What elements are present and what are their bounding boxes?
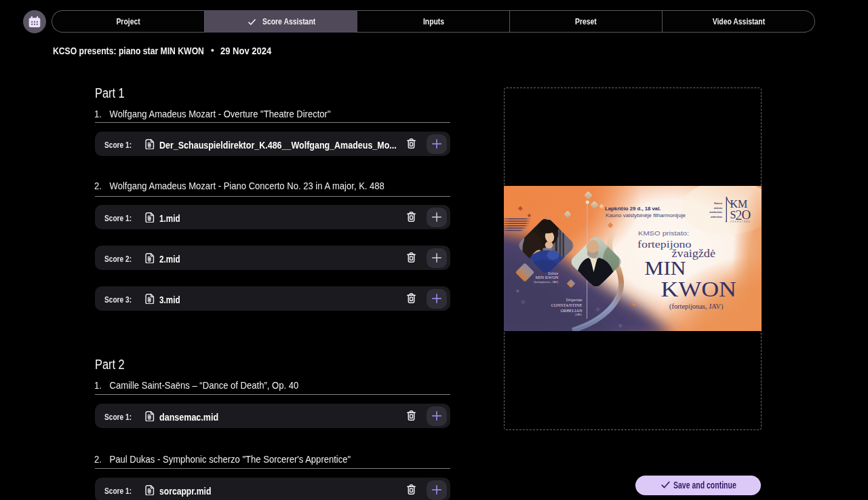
- svg-text:miesto: miesto: [714, 207, 723, 210]
- svg-text:(JAV): (JAV): [575, 313, 583, 316]
- svg-text:O: O: [742, 208, 751, 222]
- svg-text:Kauno: Kauno: [714, 202, 722, 205]
- svg-text:Dirigentas: Dirigentas: [566, 299, 583, 302]
- svg-text:MIN: MIN: [645, 257, 686, 279]
- svg-text:Kauno valstybinėje filharmonij: Kauno valstybinėje filharmonijoje: [606, 212, 686, 218]
- svg-text:simfoninis: simfoninis: [709, 211, 722, 214]
- svg-text:CONSTANTINE: CONSTANTINE: [551, 303, 583, 307]
- svg-text:Lapkričio 29 d., 18 val.: Lapkričio 29 d., 18 val.: [605, 206, 661, 212]
- svg-text:ORBELIAN: ORBELIAN: [561, 308, 583, 313]
- svg-text:KMSO pristato:: KMSO pristato:: [638, 229, 689, 237]
- svg-text:KWON: KWON: [661, 277, 737, 301]
- svg-text:orkestras: orkestras: [711, 216, 722, 218]
- svg-text:(fortepijonas, JAV): (fortepijonas, JAV): [534, 280, 559, 284]
- svg-text:MIN KWON: MIN KWON: [536, 275, 559, 280]
- svg-text:ORKESTRAS: ORKESTRAS: [730, 220, 751, 223]
- svg-text:(fortepijonas, JAV): (fortepijonas, JAV): [669, 303, 724, 311]
